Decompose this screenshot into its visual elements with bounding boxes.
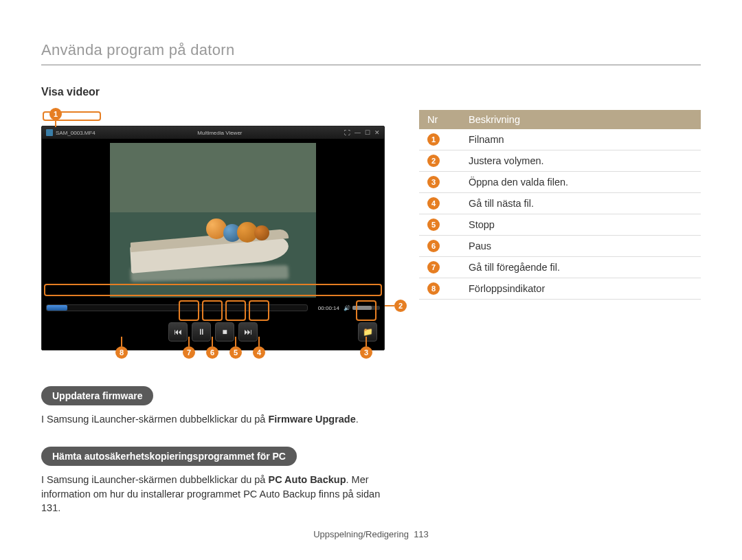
row-badge: 2: [427, 155, 440, 167]
table-row: 1Filnamn: [419, 129, 701, 150]
th-desc: Beskrivning: [460, 110, 701, 129]
next-button[interactable]: ⏭: [238, 322, 258, 341]
callout-leader: [366, 337, 367, 346]
pause-button[interactable]: ⏸: [192, 322, 211, 341]
multimedia-viewer-window: SAM_0003.MF4 Multimedia Viewer ⛶ — ☐ ✕: [41, 126, 385, 350]
text-bold: PC Auto Backup: [268, 474, 346, 485]
footer-page: 113: [414, 529, 429, 539]
window-close-icon[interactable]: ✕: [374, 129, 380, 136]
divider: [41, 65, 701, 65]
row-text: Gå till nästa fil.: [460, 193, 701, 214]
open-folder-button[interactable]: 📁: [358, 322, 377, 341]
text: I Samsung iLauncher-skärmen dubbelklicka…: [41, 474, 268, 485]
subheading-visa-videor: Visa videor: [41, 86, 385, 98]
row-text: Justera volymen.: [460, 150, 701, 172]
window-maximize-icon[interactable]: ☐: [365, 129, 370, 136]
volume-track[interactable]: [352, 306, 380, 310]
row-text: Gå till föregående fil.: [460, 257, 701, 278]
progress-bar[interactable]: [46, 304, 308, 311]
row-badge: 4: [427, 197, 440, 210]
app-icon: [46, 129, 53, 136]
table-row: 2Justera volymen.: [419, 150, 701, 172]
page-footer: Uppspelning/Redigering 113: [0, 529, 742, 539]
window-minimize-icon[interactable]: —: [355, 129, 361, 136]
titlebar-filename: SAM_0003.MF4: [56, 130, 95, 136]
row-text: Filnamn: [460, 129, 701, 150]
titlebar-app-name: Multimedia Viewer: [197, 130, 242, 136]
autobackup-paragraph: I Samsung iLauncher-skärmen dubbelklicka…: [41, 473, 385, 515]
row-badge: 3: [427, 176, 440, 188]
callout-badge-4: 4: [253, 346, 265, 359]
video-frame: [110, 143, 316, 298]
table-row: 6Paus: [419, 236, 701, 257]
table-row: 4Gå till nästa fil.: [419, 193, 701, 214]
footer-label: Uppspelning/Redigering: [313, 529, 409, 539]
callout-badge-3: 3: [360, 346, 372, 359]
callout-badge-8: 8: [115, 346, 128, 359]
row-text: Paus: [460, 236, 701, 257]
callout-leader: [258, 337, 260, 346]
callout-leader: [385, 305, 394, 306]
callout-badge-6: 6: [206, 346, 218, 359]
row-badge: 8: [427, 282, 440, 295]
callout-badge-5: 5: [229, 346, 242, 359]
callout-leader: [121, 337, 122, 346]
viewer-figure: 1 SAM_0003.MF4 Multimedia Viewer ⛶ — ☐ ✕: [41, 111, 385, 366]
description-table: Nr Beskrivning 1Filnamn 2Justera volymen…: [419, 110, 701, 300]
time-label: 00:00:14: [312, 305, 339, 311]
speaker-icon: 🔊: [344, 305, 350, 311]
section-header: Använda program på datorn: [41, 41, 701, 59]
row-badge: 6: [427, 240, 440, 252]
row-badge: 7: [427, 261, 440, 273]
volume-control[interactable]: 🔊: [344, 305, 380, 311]
callout-badge-2: 2: [394, 300, 407, 312]
viewer-titlebar: SAM_0003.MF4 Multimedia Viewer ⛶ — ☐ ✕: [42, 126, 384, 139]
callout-leader: [188, 337, 190, 346]
prev-button[interactable]: ⏮: [168, 322, 188, 341]
callout-leader: [235, 337, 236, 346]
pill-autobackup: Hämta autosäkerhetskopieringsprogrammet …: [41, 447, 297, 466]
text: I Samsung iLauncher-skärmen dubbelklicka…: [41, 414, 268, 425]
callout-badge-1: 1: [49, 108, 62, 120]
row-badge: 5: [427, 219, 440, 231]
table-row: 5Stopp: [419, 214, 701, 236]
row-text: Öppna den valda filen.: [460, 172, 701, 193]
callout-leader: [212, 337, 213, 346]
window-expand-icon[interactable]: ⛶: [344, 129, 350, 136]
stop-button[interactable]: ■: [215, 322, 234, 341]
th-nr: Nr: [419, 110, 460, 129]
row-badge: 1: [427, 133, 440, 146]
row-text: Förloppsindikator: [460, 278, 701, 300]
row-text: Stopp: [460, 214, 701, 236]
firmware-paragraph: I Samsung iLauncher-skärmen dubbelklicka…: [41, 412, 385, 426]
table-row: 3Öppna den valda filen.: [419, 172, 701, 193]
table-row: 7Gå till föregående fil.: [419, 257, 701, 278]
callout-badge-7: 7: [183, 346, 195, 359]
table-row: 8Förloppsindikator: [419, 278, 701, 300]
pill-update-firmware: Uppdatera firmware: [41, 386, 153, 405]
progress-row: 00:00:14 🔊: [46, 302, 380, 314]
controls-row: ⏮ ⏸ ■ ⏭ 📁: [42, 318, 384, 346]
progress-fill: [47, 305, 67, 311]
text-bold: Firmware Upgrade: [268, 414, 355, 425]
callout-leader: [55, 120, 56, 127]
text: .: [356, 414, 359, 425]
